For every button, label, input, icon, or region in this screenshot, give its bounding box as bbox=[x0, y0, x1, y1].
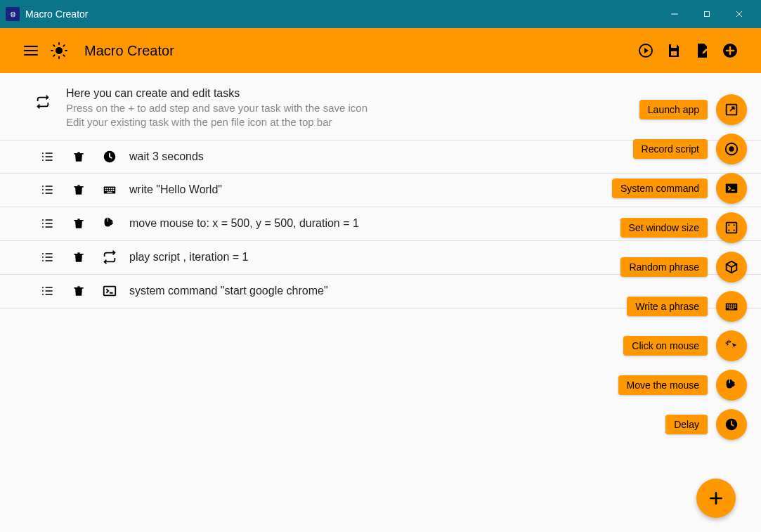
action-fab[interactable] bbox=[716, 212, 747, 243]
delete-step-button[interactable] bbox=[63, 183, 94, 197]
add-button[interactable] bbox=[716, 37, 744, 65]
menu-button[interactable] bbox=[17, 37, 45, 65]
app-icon: ⚙ bbox=[6, 7, 20, 21]
action-row: Delay bbox=[612, 409, 747, 440]
minimize-button[interactable] bbox=[658, 0, 691, 28]
reorder-handle[interactable] bbox=[32, 284, 63, 298]
step-type-icon bbox=[94, 283, 125, 299]
step-type-icon bbox=[94, 149, 125, 164]
action-row: Click on mouse bbox=[612, 330, 747, 361]
action-row: Set window size bbox=[612, 212, 747, 243]
repeat-icon bbox=[35, 94, 51, 110]
toolbar-title: Macro Creator bbox=[84, 43, 174, 59]
reorder-handle[interactable] bbox=[32, 216, 63, 231]
action-chip[interactable]: Delay bbox=[665, 415, 708, 434]
action-row: Write a phrase bbox=[612, 291, 747, 322]
delete-step-button[interactable] bbox=[63, 216, 94, 231]
action-chip[interactable]: Launch app bbox=[639, 100, 708, 119]
step-text: move mouse to: x = 500, y = 500, duratio… bbox=[129, 217, 359, 230]
theme-toggle-button[interactable] bbox=[45, 37, 73, 65]
action-fab[interactable] bbox=[716, 134, 747, 164]
titlebar: ⚙ Macro Creator bbox=[0, 0, 761, 28]
action-row: Move the mouse bbox=[612, 370, 747, 401]
action-fab[interactable] bbox=[716, 370, 747, 401]
delete-step-button[interactable] bbox=[63, 250, 94, 264]
step-text: system command "start google chrome" bbox=[129, 285, 328, 297]
action-chip[interactable]: Record script bbox=[633, 139, 708, 159]
reorder-handle[interactable] bbox=[32, 250, 63, 264]
action-fab[interactable] bbox=[716, 291, 747, 322]
step-text: wait 3 seconds bbox=[129, 150, 204, 163]
action-chip[interactable]: Click on mouse bbox=[623, 336, 708, 356]
action-fab[interactable] bbox=[716, 409, 747, 440]
action-chip[interactable]: Random phrase bbox=[620, 257, 708, 277]
action-row: Random phrase bbox=[612, 252, 747, 283]
reorder-handle[interactable] bbox=[32, 183, 63, 197]
action-fab[interactable] bbox=[716, 94, 747, 125]
reorder-handle[interactable] bbox=[32, 150, 63, 164]
action-fab[interactable] bbox=[716, 173, 747, 204]
actions-panel: Launch app Record script System command … bbox=[612, 94, 747, 440]
action-fab[interactable] bbox=[716, 252, 747, 283]
toolbar: Macro Creator bbox=[0, 28, 761, 73]
play-button[interactable] bbox=[632, 37, 660, 65]
window-title: Macro Creator bbox=[25, 8, 658, 20]
delete-step-button[interactable] bbox=[63, 284, 94, 298]
action-row: Record script bbox=[612, 134, 747, 164]
edit-file-button[interactable] bbox=[688, 37, 716, 65]
action-chip[interactable]: System command bbox=[612, 179, 708, 198]
action-chip[interactable]: Write a phrase bbox=[627, 297, 708, 316]
action-chip[interactable]: Set window size bbox=[620, 218, 708, 238]
action-row: Launch app bbox=[612, 94, 747, 125]
add-step-fab[interactable] bbox=[696, 479, 736, 518]
step-type-icon bbox=[94, 216, 125, 231]
maximize-button[interactable] bbox=[691, 0, 723, 28]
step-type-icon bbox=[94, 249, 125, 265]
action-fab[interactable] bbox=[716, 330, 747, 361]
action-chip[interactable]: Move the mouse bbox=[618, 375, 708, 395]
action-row: System command bbox=[612, 173, 747, 204]
step-text: write "Hello World" bbox=[129, 183, 222, 196]
content-area: Here you can create and edit tasks Press… bbox=[0, 73, 761, 532]
step-text: play script , iteration = 1 bbox=[129, 251, 248, 264]
close-button[interactable] bbox=[723, 0, 755, 28]
delete-step-button[interactable] bbox=[63, 150, 94, 164]
step-type-icon bbox=[94, 182, 125, 197]
save-button[interactable] bbox=[660, 37, 688, 65]
